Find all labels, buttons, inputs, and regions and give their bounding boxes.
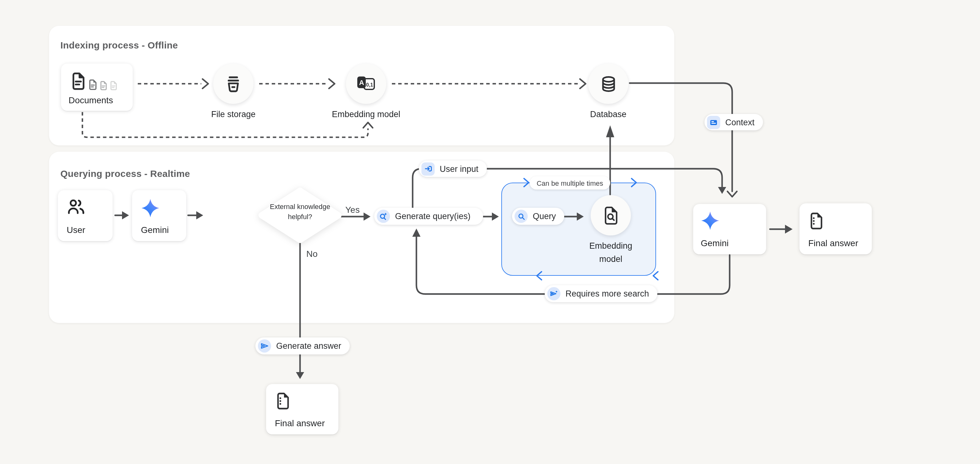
generate-queries-label: Generate query(ies) bbox=[395, 212, 471, 221]
gemini-query-node: Gemini bbox=[132, 190, 186, 241]
final-answer-no-path-node: Final answer bbox=[266, 384, 339, 434]
yes-label: Yes bbox=[345, 205, 360, 215]
documents-label: Documents bbox=[68, 95, 113, 105]
svg-text:A: A bbox=[359, 78, 364, 86]
search-icon bbox=[514, 210, 528, 223]
database-label: Database bbox=[590, 110, 627, 119]
indexing-title: Indexing process - Offline bbox=[60, 40, 178, 50]
final-answer-no-path-label: Final answer bbox=[275, 418, 325, 428]
final-answer-label: Final answer bbox=[808, 238, 858, 248]
context-pill: Context bbox=[705, 114, 763, 130]
context-card-icon bbox=[707, 116, 720, 129]
file-storage-node bbox=[213, 64, 253, 104]
loop-note-pill: Can be multiple times bbox=[530, 176, 610, 190]
database-cylinder-icon bbox=[599, 75, 617, 93]
final-answer-node: Final answer bbox=[799, 203, 872, 254]
requires-more-search-pill: Requires more search bbox=[545, 285, 657, 302]
query-label: Query bbox=[533, 212, 556, 221]
input-arrow-icon bbox=[422, 162, 435, 175]
gemini-sparkle-icon bbox=[701, 211, 719, 231]
embedding-model-offline-label: Embedding model bbox=[332, 110, 400, 119]
embedding-model-online-node bbox=[591, 195, 631, 236]
no-label: No bbox=[306, 249, 318, 259]
send-sparkle-icon bbox=[547, 287, 560, 300]
database-node bbox=[588, 64, 628, 104]
document-icon bbox=[808, 212, 825, 230]
gemini-query-label: Gemini bbox=[141, 225, 169, 235]
gemini-sparkle-icon bbox=[141, 198, 160, 218]
search-sparkle-icon bbox=[377, 210, 390, 223]
decision-label: External knowledge helpful? bbox=[269, 202, 331, 222]
query-pill: Query bbox=[512, 208, 564, 225]
rag-pipeline-diagram: Indexing process - Offline Querying proc… bbox=[0, 0, 980, 464]
querying-title: Querying process - Realtime bbox=[60, 168, 190, 179]
generate-answer-label: Generate answer bbox=[276, 341, 341, 351]
generate-queries-pill: Generate query(ies) bbox=[374, 208, 483, 225]
storage-bucket-icon bbox=[224, 74, 243, 93]
user-label: User bbox=[67, 225, 85, 235]
document-icon bbox=[275, 392, 291, 410]
file-storage-label: File storage bbox=[211, 110, 255, 119]
users-icon bbox=[67, 198, 86, 215]
translate-numbers-icon: 0,1A bbox=[356, 75, 376, 92]
svg-text:0,1: 0,1 bbox=[366, 82, 373, 87]
send-icon bbox=[258, 340, 271, 352]
file-search-icon bbox=[602, 206, 619, 225]
user-node: User bbox=[58, 190, 113, 241]
documents-node: Documents bbox=[61, 64, 133, 111]
generate-answer-pill: Generate answer bbox=[255, 338, 349, 354]
requires-more-search-label: Requires more search bbox=[565, 289, 649, 298]
context-label: Context bbox=[725, 117, 754, 127]
user-input-label: User input bbox=[440, 164, 478, 174]
gemini-answer-label: Gemini bbox=[701, 238, 729, 248]
documents-icon bbox=[70, 72, 118, 91]
user-input-pill: User input bbox=[419, 161, 487, 177]
gemini-answer-node: Gemini bbox=[693, 204, 766, 254]
embedding-model-offline-node: 0,1A bbox=[346, 64, 386, 104]
embedding-model-online-label: Embedding model bbox=[582, 240, 640, 266]
